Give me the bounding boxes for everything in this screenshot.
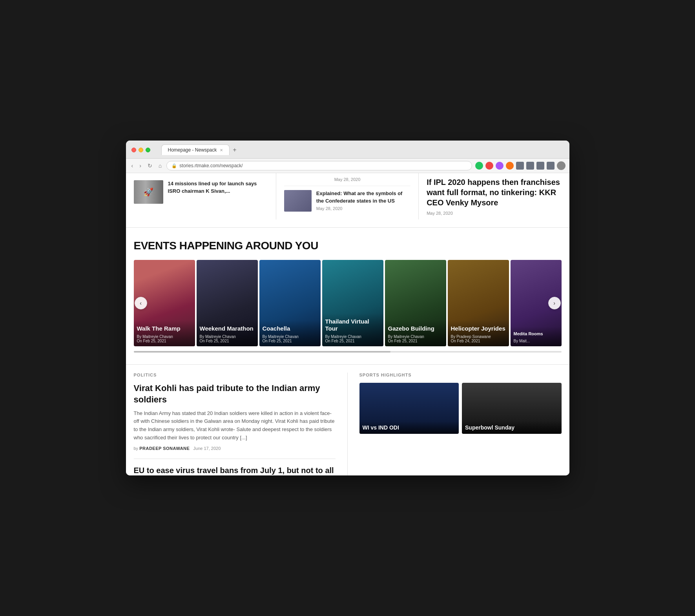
event-card-helicopter[interactable]: Helicopter Joyrides By Pradeep Sonawane … (448, 260, 509, 346)
article-date-confederate: May 28, 2020 (316, 206, 410, 211)
sport-card-title-wi-ind: WI vs IND ODI (363, 424, 456, 431)
extension-icon-1[interactable] (475, 162, 483, 170)
event-overlay-helicopter: Helicopter Joyrides By Pradeep Sonawane … (448, 320, 509, 346)
sport-card-wi-ind[interactable]: WI vs IND ODI (359, 383, 459, 434)
event-author-weekend-marathon: By Maitreyie Chavan (200, 335, 255, 339)
extension-icon-3[interactable] (496, 162, 503, 170)
events-carousel: ‹ Walk The Ramp By Maitreyie Chavan On F… (134, 260, 562, 346)
traffic-lights (131, 148, 150, 152)
maximize-window-button[interactable] (146, 148, 150, 152)
nav-bar: ‹ › ↻ ⌂ 🔒 stories.rtmake.com/newspack/ (126, 159, 569, 173)
page-content: 🚀 14 missions lined up for launch says I… (126, 173, 569, 475)
new-tab-button[interactable]: + (230, 145, 239, 155)
article-title-confederate: Explained: What are the symbols of the C… (316, 190, 410, 204)
url-text: stories.rtmake.com/newspack/ (179, 163, 243, 168)
extension-icon-7[interactable] (536, 162, 544, 170)
sports-grid: WI vs IND ODI Superbowl Sunday (359, 383, 562, 434)
event-card-thailand[interactable]: Thailand Virtual Tour By Maitreyie Chava… (322, 260, 383, 346)
article-center-date: May 28, 2020 (284, 177, 410, 186)
event-overlay-meditation: Medita Rooms By Mait... (511, 327, 562, 346)
carousel-next-button[interactable]: › (548, 297, 561, 309)
event-overlay-walk-ramp: Walk The Ramp By Maitreyie Chavan On Feb… (134, 320, 195, 346)
politics-article1-title[interactable]: Virat Kohli has paid tribute to the Indi… (134, 383, 336, 405)
event-title-weekend-marathon: Weekend Marathon (200, 325, 255, 332)
event-title-helicopter: Helicopter Joyrides (451, 325, 506, 332)
user-avatar[interactable] (557, 161, 565, 170)
home-button[interactable]: ⌂ (157, 162, 163, 170)
article-info-confederate: Explained: What are the symbols of the C… (316, 190, 410, 210)
event-title-coachella: Coachella (263, 325, 317, 332)
tab-title: Homepage - Newspack (168, 147, 217, 153)
event-date-gazebo: On Feb 25, 2021 (388, 339, 443, 343)
event-title-gazebo: Gazebo Building (388, 325, 443, 332)
article-divider (134, 459, 336, 459)
politics-section-label: POLITICS (134, 373, 336, 377)
browser-controls: Homepage - Newspack ✕ + (131, 144, 564, 155)
back-button[interactable]: ‹ (130, 162, 135, 170)
address-bar[interactable]: 🔒 stories.rtmake.com/newspack/ (166, 161, 472, 170)
event-author-helicopter: By Pradeep Sonawane (451, 335, 506, 339)
article-left-column: 🚀 14 missions lined up for launch says I… (134, 173, 276, 219)
events-section-title: EVENTS HAPPENING AROUND YOU (134, 239, 562, 252)
browser-titlebar: Homepage - Newspack ✕ + (126, 141, 569, 159)
event-author-gazebo: By Maitreyie Chavan (388, 335, 443, 339)
article-card-confederate[interactable]: Explained: What are the symbols of the C… (284, 190, 410, 212)
article-thumb-isro: 🚀 (134, 180, 163, 204)
article-title-isro: 14 missions lined up for launch says ISR… (168, 180, 268, 194)
politics-article1-meta: by PRADEEP SONAWANE June 17, 2020 (134, 446, 336, 451)
article-card-isro[interactable]: 🚀 14 missions lined up for launch says I… (134, 177, 268, 207)
extension-icon-2[interactable] (485, 162, 493, 170)
article-right-column: If IPL 2020 happens then franchises want… (419, 173, 561, 219)
event-title-meditation: Medita Rooms (514, 331, 558, 336)
event-card-gazebo[interactable]: Gazebo Building By Maitreyie Chavan On F… (385, 260, 446, 346)
active-tab[interactable]: Homepage - Newspack ✕ (161, 144, 230, 155)
tab-close-button[interactable]: ✕ (220, 148, 223, 152)
event-title-walk-ramp: Walk The Ramp (137, 325, 192, 332)
event-date-walk-ramp: On Feb 25, 2021 (137, 339, 192, 343)
event-card-coachella[interactable]: Coachella By Maitreyie Chavan On Feb 25,… (259, 260, 321, 346)
top-articles-section: 🚀 14 missions lined up for launch says I… (126, 173, 569, 228)
politics-section: POLITICS Virat Kohli has paid tribute to… (134, 373, 348, 475)
tab-bar: Homepage - Newspack ✕ + (161, 144, 240, 155)
event-author-walk-ramp: By Maitreyie Chavan (137, 335, 192, 339)
politics-article2-title[interactable]: EU to ease virus travel bans from July 1… (134, 465, 336, 475)
events-section: EVENTS HAPPENING AROUND YOU ‹ Walk The R… (126, 228, 569, 365)
event-author-coachella: By Maitreyie Chavan (263, 335, 317, 339)
nav-icons (475, 161, 565, 170)
event-author-thailand: By Maitreyie Chavan (325, 335, 380, 339)
sports-section: SPORTS HIGHLIGHTS WI vs IND ODI Superbow… (348, 373, 562, 475)
article-thumb-confederate (284, 190, 312, 212)
politics-article1-excerpt: The Indian Army has stated that 20 India… (134, 409, 336, 442)
event-card-weekend-marathon[interactable]: Weekend Marathon By Maitreyie Chavan On … (197, 260, 258, 346)
extension-icon-6[interactable] (526, 162, 534, 170)
close-window-button[interactable] (131, 148, 136, 152)
event-date-coachella: On Feb 25, 2021 (263, 339, 317, 343)
event-date-helicopter: On Feb 24, 2021 (451, 339, 506, 343)
extension-icon-8[interactable] (547, 162, 555, 170)
extension-icon-4[interactable] (506, 162, 514, 170)
bottom-sections: POLITICS Virat Kohli has paid tribute to… (126, 365, 569, 475)
rocket-image: 🚀 (134, 180, 163, 204)
event-date-thailand: On Feb 25, 2021 (325, 339, 380, 343)
confederate-image (284, 190, 312, 212)
article-center-column: May 28, 2020 Explained: What are the sym… (276, 173, 419, 219)
event-overlay-coachella: Coachella By Maitreyie Chavan On Feb 25,… (259, 320, 321, 346)
event-overlay-thailand: Thailand Virtual Tour By Maitreyie Chava… (322, 313, 383, 346)
sport-card-overlay-wi-ind: WI vs IND ODI (359, 421, 459, 434)
events-scrollbar (134, 351, 562, 353)
sport-card-superbowl[interactable]: Superbowl Sunday (462, 383, 562, 434)
browser-window: Homepage - Newspack ✕ + ‹ › ↻ ⌂ 🔒 storie… (126, 141, 569, 475)
events-grid: Walk The Ramp By Maitreyie Chavan On Feb… (134, 260, 562, 346)
extension-icon-5[interactable] (516, 162, 524, 170)
event-title-thailand: Thailand Virtual Tour (325, 318, 380, 332)
article-date-ipl: May 28, 2020 (427, 211, 561, 216)
article-title-ipl: If IPL 2020 happens then franchises want… (427, 177, 561, 208)
reload-button[interactable]: ↻ (146, 162, 154, 170)
forward-button[interactable]: › (138, 162, 143, 170)
article-info-isro: 14 missions lined up for launch says ISR… (168, 180, 268, 194)
event-overlay-weekend-marathon: Weekend Marathon By Maitreyie Chavan On … (197, 320, 258, 346)
event-overlay-gazebo: Gazebo Building By Maitreyie Chavan On F… (385, 320, 446, 346)
sports-section-label: SPORTS HIGHLIGHTS (359, 373, 562, 377)
carousel-prev-button[interactable]: ‹ (135, 297, 147, 309)
minimize-window-button[interactable] (139, 148, 143, 152)
